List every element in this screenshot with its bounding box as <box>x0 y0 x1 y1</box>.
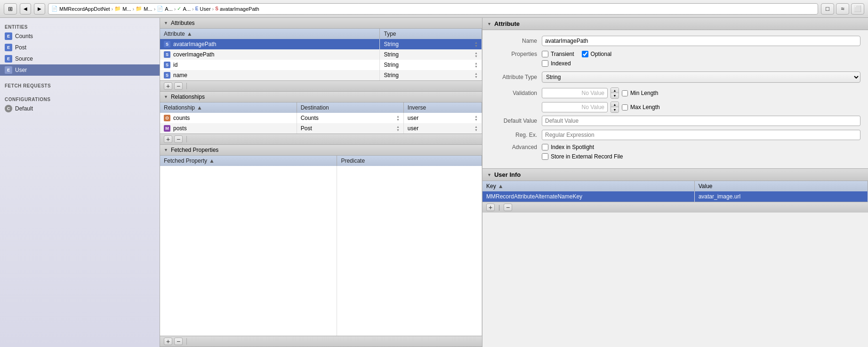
breadcrumb-item-5[interactable]: ✓ A... <box>177 6 191 12</box>
regex-input[interactable] <box>542 130 860 140</box>
table-row[interactable]: S id String ▲▼ <box>160 60 482 70</box>
validation-stepper-1[interactable]: ▲ ▼ <box>611 87 619 99</box>
toolbar-doc-button[interactable]: □ <box>821 3 834 15</box>
index-spotlight-checkbox[interactable] <box>542 144 548 150</box>
transient-checkbox[interactable] <box>542 51 548 57</box>
dest-stepper-0[interactable]: ▲▼ <box>396 115 400 121</box>
user-info-add-button[interactable]: + <box>486 204 495 211</box>
breadcrumb-item-4[interactable]: 📄 A... <box>157 6 173 12</box>
type-stepper-2[interactable]: ▲▼ <box>474 62 478 68</box>
breadcrumb-item-3[interactable]: 📁 M... <box>136 6 152 12</box>
sidebar-item-default[interactable]: C Default <box>0 103 160 114</box>
val-stepper-up-1[interactable]: ▲ <box>611 88 619 93</box>
rel-col-inverse[interactable]: Inverse <box>403 103 482 113</box>
nav-forward-button[interactable]: ▶ <box>34 3 45 15</box>
transient-checkbox-item: Transient <box>542 51 574 57</box>
inv-stepper-1[interactable]: ▲▼ <box>474 125 478 132</box>
optional-checkbox-item: Optional <box>582 51 612 57</box>
validation-input-1[interactable] <box>542 88 608 98</box>
max-length-checkbox[interactable] <box>622 104 628 110</box>
table-row[interactable]: O counts Counts ▲▼ <box>160 113 482 123</box>
breadcrumb-sep-5: › <box>192 6 194 12</box>
name-input[interactable] <box>542 36 860 46</box>
breadcrumb-item-attr[interactable]: S avatarImagePath <box>215 6 259 12</box>
breadcrumb-item-2[interactable]: 📁 M... <box>114 6 131 12</box>
indexed-checkbox[interactable] <box>542 60 548 67</box>
fetched-add-button[interactable]: + <box>164 338 172 345</box>
validation-group-1: ▲ ▼ Min Length <box>542 87 658 99</box>
breadcrumb-sep-6: › <box>212 6 214 12</box>
user-info-col-value[interactable]: Value <box>694 181 868 191</box>
relationships-remove-button[interactable]: − <box>174 135 183 143</box>
default-value-input[interactable] <box>542 116 860 126</box>
optional-checkbox[interactable] <box>582 51 588 57</box>
type-stepper-3[interactable]: ▲▼ <box>474 72 478 79</box>
dest-stepper-1[interactable]: ▲▼ <box>396 125 400 132</box>
fetched-remove-button[interactable]: − <box>174 338 183 345</box>
default-value-row: Default Value <box>490 116 860 126</box>
table-row[interactable]: M posts Post ▲▼ <box>160 123 482 134</box>
attr-col-attribute[interactable]: Attribute ▲ <box>160 29 380 39</box>
grid-button[interactable]: ⊞ <box>4 3 17 15</box>
fetch-col-property[interactable]: Fetched Property ▲ <box>160 156 337 166</box>
user-info-col-value-label: Value <box>699 183 713 189</box>
user-info-row[interactable]: MMRecordAttributeAlternateNameKey avatar… <box>482 191 868 202</box>
attribute-type-select[interactable]: String Integer 16 Integer 32 Integer 64 … <box>542 71 860 83</box>
user-info-table: Key ▲ Value MMRecordAttributeAlternateNa… <box>482 181 868 202</box>
attributes-remove-button[interactable]: − <box>174 82 183 90</box>
validation-stepper-2[interactable]: ▲ ▼ <box>611 102 619 113</box>
table-row[interactable]: S name String ▲▼ <box>160 70 482 80</box>
regex-row: Reg. Ex. <box>490 130 860 140</box>
val-stepper-down-1[interactable]: ▼ <box>611 93 619 98</box>
sidebar-item-user[interactable]: E User <box>0 64 160 76</box>
attributes-section: ▼ Attributes Attribute ▲ <box>160 18 482 92</box>
rel-col-relationship[interactable]: Relationship ▲ <box>160 103 297 113</box>
toolbar-archive-button[interactable]: ⬜ <box>851 3 864 15</box>
indexed-row: Indexed <box>490 60 860 67</box>
triangle-icon-attributes: ▼ <box>164 21 168 25</box>
attributes-add-button[interactable]: + <box>164 82 172 90</box>
breadcrumb-item-entity[interactable]: E User <box>195 6 211 12</box>
relationships-section-header[interactable]: ▼ Relationships <box>160 92 482 103</box>
entity-icon-post: E <box>5 44 12 51</box>
fetch-col-predicate[interactable]: Predicate <box>337 156 482 166</box>
rel-row-1-inverse: user ▲▼ <box>403 123 482 134</box>
toolbar-approx-button[interactable]: ≈ <box>836 3 849 15</box>
breadcrumb-item-1[interactable]: 📄 MMRecordAppDotNet <box>51 6 110 12</box>
val-stepper-down-2[interactable]: ▼ <box>611 107 619 112</box>
user-info-remove-button[interactable]: − <box>504 204 512 211</box>
properties-label: Properties <box>490 51 537 57</box>
user-info-footer: + | − <box>482 202 868 213</box>
sidebar-item-source[interactable]: E Source <box>0 53 160 64</box>
min-length-label: Min Length <box>630 90 658 96</box>
val-stepper-up-2[interactable]: ▲ <box>611 102 619 107</box>
store-external-checkbox[interactable] <box>542 153 548 160</box>
attr-col-attribute-label: Attribute <box>164 31 185 37</box>
attr-col-type[interactable]: Type <box>380 29 482 39</box>
rel-row-0-dest: Counts ▲▼ <box>297 113 403 123</box>
type-stepper-0[interactable]: ▲▼ <box>474 41 478 47</box>
user-info-col-key[interactable]: Key ▲ <box>482 181 694 191</box>
indexed-checkbox-group: Indexed <box>542 60 860 67</box>
type-stepper-1[interactable]: ▲▼ <box>474 51 478 58</box>
sidebar-item-counts[interactable]: E Counts <box>0 31 160 42</box>
fetched-table: Fetched Property ▲ Predicate <box>160 156 482 336</box>
many-icon-1: M <box>164 125 170 132</box>
max-length-label: Max Length <box>630 104 660 110</box>
table-row[interactable]: S avatarImagePath String ▲▼ <box>160 39 482 49</box>
inv-stepper-0[interactable]: ▲▼ <box>474 115 478 121</box>
validation-input-2[interactable] <box>542 102 608 112</box>
min-length-checkbox[interactable] <box>622 90 628 96</box>
validation-row-1: Validation ▲ ▼ Min Length <box>490 87 860 99</box>
rel-col-destination[interactable]: Destination <box>297 103 403 113</box>
attributes-section-header[interactable]: ▼ Attributes <box>160 18 482 29</box>
string-icon-3: S <box>164 72 170 79</box>
attr-row-0-type: String ▲▼ <box>380 39 482 49</box>
sidebar-item-post[interactable]: E Post <box>0 42 160 53</box>
breadcrumb: 📄 MMRecordAppDotNet › 📁 M... › 📁 M... › … <box>48 3 818 15</box>
relationships-add-button[interactable]: + <box>164 135 172 143</box>
fetched-section-header[interactable]: ▼ Fetched Properties <box>160 145 482 156</box>
table-row[interactable]: S coverImagePath String ▲▼ <box>160 49 482 60</box>
file-icon-2: 📄 <box>157 6 163 12</box>
nav-back-button[interactable]: ◀ <box>20 3 31 15</box>
